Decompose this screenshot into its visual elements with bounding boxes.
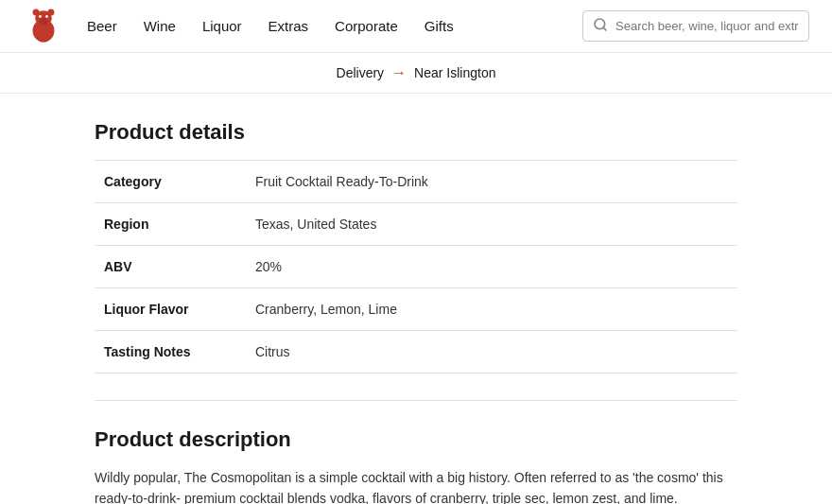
row-value-flavor: Cranberry, Lemon, Lime — [246, 288, 737, 331]
svg-point-4 — [40, 18, 48, 25]
row-value-category: Fruit Cocktail Ready-To-Drink — [246, 161, 737, 203]
table-row: Tasting Notes Citrus — [95, 331, 737, 374]
main-nav: Beer Wine Liquor Extras Corporate Gifts — [87, 18, 582, 34]
content-area: Product details Category Fruit Cocktail … — [0, 94, 832, 504]
row-label-flavor: Liquor Flavor — [95, 288, 246, 331]
table-row: ABV 20% — [95, 246, 737, 288]
nav-beer[interactable]: Beer — [87, 18, 117, 34]
svg-point-3 — [47, 9, 54, 15]
row-label-region: Region — [95, 203, 246, 246]
delivery-bar: Delivery → Near Islington — [0, 53, 832, 94]
delivery-label: Delivery — [337, 65, 385, 80]
row-label-tasting: Tasting Notes — [95, 331, 246, 374]
search-bar[interactable] — [582, 10, 809, 42]
nav-extras[interactable]: Extras — [269, 18, 309, 34]
search-icon — [593, 17, 608, 35]
row-label-category: Category — [95, 161, 246, 203]
description-text: Wildly popular, The Cosmopolitan is a si… — [95, 467, 737, 504]
page-wrapper: Product details Category Fruit Cocktail … — [0, 94, 832, 504]
nav-gifts[interactable]: Gifts — [425, 18, 454, 34]
row-value-tasting: Citrus — [246, 331, 737, 374]
product-details-title: Product details — [95, 120, 737, 145]
svg-point-6 — [45, 15, 48, 18]
drizly-logo-icon[interactable] — [23, 6, 64, 47]
row-label-abv: ABV — [95, 246, 246, 288]
svg-point-5 — [39, 15, 42, 18]
main-content: Product details Category Fruit Cocktail … — [57, 94, 775, 504]
svg-point-2 — [33, 9, 40, 15]
logo[interactable] — [23, 6, 64, 47]
table-row: Region Texas, United States — [95, 203, 737, 246]
table-row: Liquor Flavor Cranberry, Lemon, Lime — [95, 288, 737, 331]
section-divider — [95, 400, 737, 401]
product-description-section: Product description Wildly popular, The … — [95, 427, 737, 504]
nav-liquor[interactable]: Liquor — [202, 18, 242, 34]
nav-corporate[interactable]: Corporate — [335, 18, 398, 34]
site-header: Beer Wine Liquor Extras Corporate Gifts — [0, 0, 832, 53]
product-description-title: Product description — [95, 427, 737, 452]
arrow-icon: → — [391, 64, 407, 81]
table-row: Category Fruit Cocktail Ready-To-Drink — [95, 161, 737, 203]
search-input[interactable] — [615, 19, 799, 33]
svg-line-8 — [603, 27, 606, 30]
row-value-region: Texas, United States — [246, 203, 737, 246]
product-details-table: Category Fruit Cocktail Ready-To-Drink R… — [95, 160, 737, 374]
row-value-abv: 20% — [246, 246, 737, 288]
nav-wine[interactable]: Wine — [144, 18, 176, 34]
location-label[interactable]: Near Islington — [414, 65, 495, 80]
